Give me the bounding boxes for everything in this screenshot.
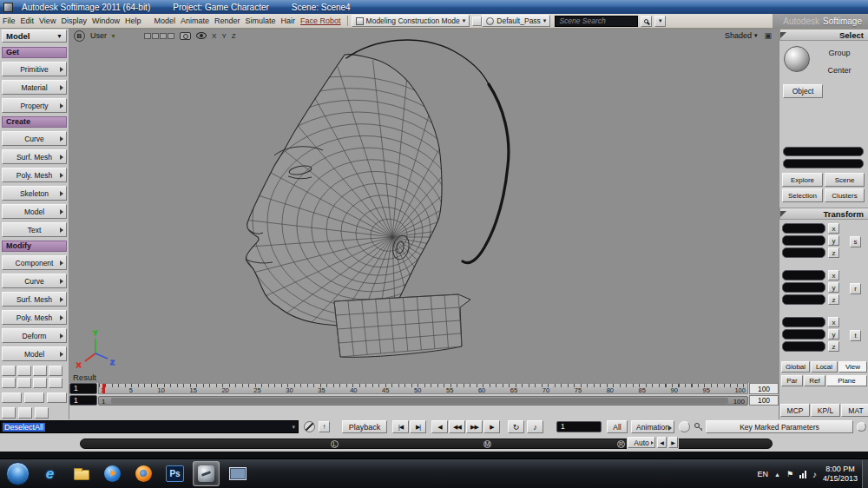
left-panel-button[interactable]: Property	[2, 98, 67, 113]
viewport-maximize-icon[interactable]: ▣	[764, 31, 772, 40]
menu-item[interactable]: Edit	[18, 14, 37, 28]
axis-button[interactable]: x	[828, 223, 839, 234]
tool-button[interactable]	[24, 392, 44, 403]
panel-grip-icon[interactable]	[780, 211, 786, 217]
timeline-ruler[interactable]: 1510152025303540455055606570758085909510…	[98, 383, 748, 394]
play-forward-button[interactable]: ▶▶	[466, 420, 483, 433]
rotate-value-field[interactable]	[782, 270, 825, 280]
menu-item[interactable]: Render	[212, 14, 243, 28]
group-button[interactable]: Group	[814, 49, 865, 57]
script-editor-icon[interactable]: ↑	[319, 421, 330, 432]
mcp-tab[interactable]: KP/L	[811, 404, 840, 417]
end-frame-field[interactable]: 100	[749, 383, 779, 394]
plane-button[interactable]: Plane	[826, 375, 867, 386]
axis-button[interactable]: y	[828, 282, 839, 293]
tool-button[interactable]	[18, 407, 32, 419]
last-frame-button[interactable]: ▶|	[410, 420, 426, 433]
selection-button[interactable]: Selection	[782, 188, 823, 202]
tool-button[interactable]	[2, 366, 16, 376]
left-panel-button[interactable]: Material	[2, 80, 67, 95]
global-button[interactable]: Global	[781, 361, 810, 373]
panel-grip-icon[interactable]	[780, 32, 786, 38]
menu-item[interactable]: Simulate	[243, 14, 279, 28]
lock-icon[interactable]	[857, 422, 866, 432]
axis-button[interactable]: y	[828, 235, 839, 246]
previous-key-icon[interactable]: ◀	[657, 437, 667, 448]
internet-explorer-icon[interactable]: e	[36, 461, 63, 486]
language-indicator[interactable]: EN	[757, 470, 768, 478]
left-panel-button[interactable]: Model	[2, 346, 67, 361]
mcp-tab[interactable]: MCP	[780, 404, 810, 417]
xyz-axis-toggle[interactable]: X Y Z	[212, 32, 238, 40]
camera-view-dropdown[interactable]: User ▼	[90, 31, 139, 40]
tool-button[interactable]	[2, 392, 22, 403]
left-panel-button[interactable]: Text	[2, 222, 67, 237]
scale-value-field[interactable]	[782, 247, 825, 258]
left-panel-button[interactable]: Curve	[2, 131, 67, 146]
left-panel-button[interactable]: Poly. Mesh	[2, 310, 67, 325]
search-options-icon[interactable]: ▾	[654, 16, 666, 27]
ref-button[interactable]: Ref	[804, 375, 825, 386]
next-key-icon[interactable]: ▶	[668, 437, 678, 448]
clear-command-icon[interactable]	[304, 421, 315, 432]
menu-item[interactable]: Model	[151, 14, 178, 28]
pass-options-icon[interactable]	[472, 16, 482, 26]
selection-display-field[interactable]	[783, 159, 864, 168]
rotate-value-field[interactable]	[782, 294, 825, 305]
all-button[interactable]: All	[607, 420, 628, 433]
playback-menu-button[interactable]: Playback	[342, 420, 387, 433]
eye-icon[interactable]	[196, 32, 207, 39]
loop-button[interactable]: ↻	[508, 420, 524, 433]
menu-item[interactable]: View	[36, 14, 58, 28]
menu-item[interactable]: File	[0, 14, 18, 28]
axis-button[interactable]: z	[828, 294, 839, 305]
tool-button[interactable]	[49, 366, 62, 376]
play-backward-button[interactable]: ◀◀	[449, 420, 465, 433]
tool-button[interactable]	[33, 366, 47, 376]
menu-item[interactable]: Display	[58, 14, 89, 28]
translate-value-field[interactable]	[782, 329, 825, 340]
scene-button[interactable]: Scene	[825, 173, 865, 187]
local-button[interactable]: Local	[811, 361, 838, 373]
menu-item[interactable]: Help	[122, 14, 144, 28]
menu-item[interactable]: Animate	[178, 14, 212, 28]
explore-button[interactable]: Explore	[782, 173, 823, 187]
selection-display-field[interactable]	[783, 147, 864, 156]
network-icon[interactable]	[799, 471, 806, 478]
first-frame-button[interactable]: |◀	[392, 420, 409, 433]
rotate-value-field[interactable]	[782, 282, 825, 293]
search-icon[interactable]	[641, 16, 652, 27]
command-input[interactable]: DeselectAll ▾	[0, 420, 299, 433]
left-panel-button[interactable]: Primitive	[2, 62, 67, 76]
tool-button[interactable]	[33, 378, 47, 388]
file-explorer-icon[interactable]	[68, 461, 95, 486]
left-panel-button[interactable]: Poly. Mesh	[2, 168, 67, 182]
start-button[interactable]	[6, 462, 30, 485]
scene-search-box[interactable]: Scene Search	[555, 16, 638, 27]
menu-item[interactable]: Face Robot	[298, 14, 344, 28]
camera-icon[interactable]	[180, 32, 191, 40]
construction-mode-dropdown[interactable]: Modeling Construction Mode ▾	[352, 15, 470, 27]
mcp-tab[interactable]: MAT	[841, 404, 868, 417]
selection-sphere-icon[interactable]	[784, 46, 810, 72]
media-player-icon[interactable]	[99, 461, 126, 486]
axis-button[interactable]: z	[828, 341, 839, 352]
audio-button[interactable]: ♪	[527, 420, 543, 433]
left-panel-button[interactable]: Model	[2, 204, 67, 219]
pass-dropdown[interactable]: Default_Pass ▾	[482, 15, 550, 27]
left-panel-button[interactable]: Skeleton	[2, 186, 67, 201]
center-button[interactable]: Center	[814, 66, 865, 75]
axis-button[interactable]: y	[828, 329, 839, 340]
scale-letter-button[interactable]: s	[850, 236, 861, 247]
toolbar-mode-dropdown[interactable]: Model ▼	[2, 30, 67, 43]
menu-item[interactable]: Hair	[279, 14, 299, 28]
playhead[interactable]	[102, 384, 105, 393]
translate-letter-button[interactable]: t	[850, 330, 861, 341]
show-desktop-button[interactable]	[862, 460, 868, 488]
key-marked-parameters-button[interactable]: Key Marked Parameters	[706, 420, 853, 433]
tray-clock[interactable]: 8:00 PM 4/15/2013	[823, 465, 858, 485]
axis-button[interactable]: x	[828, 270, 839, 280]
tool-button[interactable]	[49, 378, 62, 388]
display-mode-dropdown[interactable]: Shaded ▾	[725, 31, 758, 40]
left-panel-button[interactable]: Deform	[2, 328, 67, 343]
